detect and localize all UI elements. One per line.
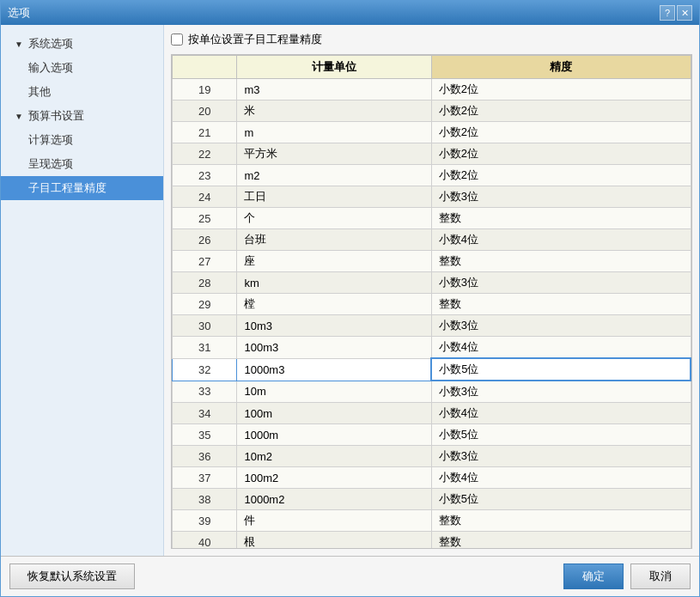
cell-precision: 小数4位	[431, 229, 691, 251]
table-row[interactable]: 39件整数	[173, 510, 691, 532]
sidebar: ▼系统选项输入选项其他▼预算书设置计算选项呈现选项子目工程量精度	[1, 25, 164, 556]
table-container[interactable]: 计量单位 精度 19m3小数2位20米小数2位21m小数2位22平方米小数2位2…	[171, 54, 692, 549]
table-row[interactable]: 321000m3小数5位	[173, 358, 691, 381]
sidebar-item[interactable]: 计算选项	[1, 128, 163, 152]
cell-row-num: 20	[173, 101, 237, 122]
table-row[interactable]: 28km小数3位	[173, 272, 691, 294]
table-row[interactable]: 27座整数	[173, 251, 691, 272]
cell-row-num: 40	[173, 532, 237, 550]
sidebar-item[interactable]: 子目工程量精度	[1, 176, 163, 200]
col-unit-header: 计量单位	[237, 56, 431, 79]
restore-defaults-button[interactable]: 恢复默认系统设置	[9, 563, 135, 589]
table-row[interactable]: 29樘整数	[173, 294, 691, 315]
cell-unit: 100m	[237, 403, 431, 424]
window-title: 选项	[8, 5, 30, 21]
sidebar-item[interactable]: 其他	[1, 80, 163, 104]
main-area: 按单位设置子目工程量精度 计量单位 精度 19m3小数2位20米小数2位21m小…	[164, 25, 699, 556]
cell-precision: 小数4位	[431, 403, 691, 424]
cell-unit: 100m3	[237, 337, 431, 359]
title-bar-buttons: ? ✕	[660, 5, 692, 21]
window: 选项 ? ✕ ▼系统选项输入选项其他▼预算书设置计算选项呈现选项子目工程量精度 …	[0, 0, 700, 597]
cell-row-num: 32	[173, 358, 237, 381]
sidebar-item[interactable]: 输入选项	[1, 56, 163, 80]
cell-precision: 整数	[431, 532, 691, 550]
table-row[interactable]: 381000m2小数5位	[173, 489, 691, 510]
cell-row-num: 24	[173, 186, 237, 208]
table-row[interactable]: 34100m小数4位	[173, 403, 691, 424]
cell-unit: 件	[237, 510, 431, 532]
cell-precision: 小数4位	[431, 467, 691, 489]
table-row[interactable]: 20米小数2位	[173, 101, 691, 122]
per-unit-checkbox[interactable]	[171, 34, 183, 46]
cancel-button[interactable]: 取消	[630, 563, 691, 589]
col-num-header	[173, 56, 237, 79]
cell-unit: 100m2	[237, 467, 431, 489]
cell-row-num: 39	[173, 510, 237, 532]
cell-precision: 整数	[431, 294, 691, 315]
table-row[interactable]: 351000m小数5位	[173, 424, 691, 446]
cell-unit: m2	[237, 165, 431, 186]
cell-unit: m	[237, 122, 431, 143]
table-row[interactable]: 26台班小数4位	[173, 229, 691, 251]
table-row[interactable]: 3310m小数3位	[173, 381, 691, 403]
arrow-icon: ▼	[15, 40, 23, 49]
help-button[interactable]: ?	[660, 5, 675, 21]
table-row[interactable]: 22平方米小数2位	[173, 143, 691, 165]
table-row[interactable]: 31100m3小数4位	[173, 337, 691, 359]
cell-row-num: 26	[173, 229, 237, 251]
checkbox-row: 按单位设置子目工程量精度	[171, 32, 692, 47]
cell-precision: 小数3位	[431, 381, 691, 403]
cell-precision: 小数5位	[431, 358, 691, 381]
table-row[interactable]: 3610m2小数3位	[173, 446, 691, 467]
table-row[interactable]: 19m3小数2位	[173, 79, 691, 101]
cell-unit: 米	[237, 101, 431, 122]
sidebar-group[interactable]: ▼系统选项	[1, 32, 163, 56]
footer: 恢复默认系统设置 确定 取消	[1, 556, 699, 596]
cell-unit: 平方米	[237, 143, 431, 165]
cell-precision: 小数4位	[431, 337, 691, 359]
cell-unit: 台班	[237, 229, 431, 251]
sidebar-item[interactable]: 呈现选项	[1, 152, 163, 176]
cell-row-num: 23	[173, 165, 237, 186]
cell-unit: 1000m	[237, 424, 431, 446]
cell-row-num: 21	[173, 122, 237, 143]
table-row[interactable]: 37100m2小数4位	[173, 467, 691, 489]
cell-precision: 小数2位	[431, 79, 691, 101]
cell-row-num: 27	[173, 251, 237, 272]
table-body: 19m3小数2位20米小数2位21m小数2位22平方米小数2位23m2小数2位2…	[173, 79, 691, 550]
table-row[interactable]: 23m2小数2位	[173, 165, 691, 186]
cell-precision: 小数5位	[431, 424, 691, 446]
cell-precision: 小数3位	[431, 315, 691, 337]
cell-unit: 1000m3	[237, 358, 431, 381]
cell-unit: m3	[237, 79, 431, 101]
sidebar-group[interactable]: ▼预算书设置	[1, 104, 163, 128]
cell-row-num: 29	[173, 294, 237, 315]
cell-unit: 10m	[237, 381, 431, 403]
cell-precision: 小数3位	[431, 186, 691, 208]
cell-precision: 小数3位	[431, 446, 691, 467]
cell-row-num: 34	[173, 403, 237, 424]
cell-row-num: 33	[173, 381, 237, 403]
cell-precision: 小数2位	[431, 143, 691, 165]
cell-row-num: 22	[173, 143, 237, 165]
cell-unit: 10m2	[237, 446, 431, 467]
cell-row-num: 25	[173, 208, 237, 229]
col-precision-header: 精度	[431, 56, 691, 79]
cell-row-num: 28	[173, 272, 237, 294]
title-bar: 选项 ? ✕	[1, 1, 699, 25]
table-row[interactable]: 3010m3小数3位	[173, 315, 691, 337]
confirm-button[interactable]: 确定	[563, 563, 624, 589]
table-row[interactable]: 24工日小数3位	[173, 186, 691, 208]
precision-table: 计量单位 精度 19m3小数2位20米小数2位21m小数2位22平方米小数2位2…	[172, 55, 691, 549]
cell-row-num: 36	[173, 446, 237, 467]
table-row[interactable]: 21m小数2位	[173, 122, 691, 143]
cell-unit: km	[237, 272, 431, 294]
cell-unit: 根	[237, 532, 431, 550]
table-row[interactable]: 40根整数	[173, 532, 691, 550]
table-row[interactable]: 25个整数	[173, 208, 691, 229]
close-button[interactable]: ✕	[677, 5, 692, 21]
cell-precision: 整数	[431, 208, 691, 229]
cell-row-num: 31	[173, 337, 237, 359]
cell-unit: 10m3	[237, 315, 431, 337]
cell-unit: 1000m2	[237, 489, 431, 510]
